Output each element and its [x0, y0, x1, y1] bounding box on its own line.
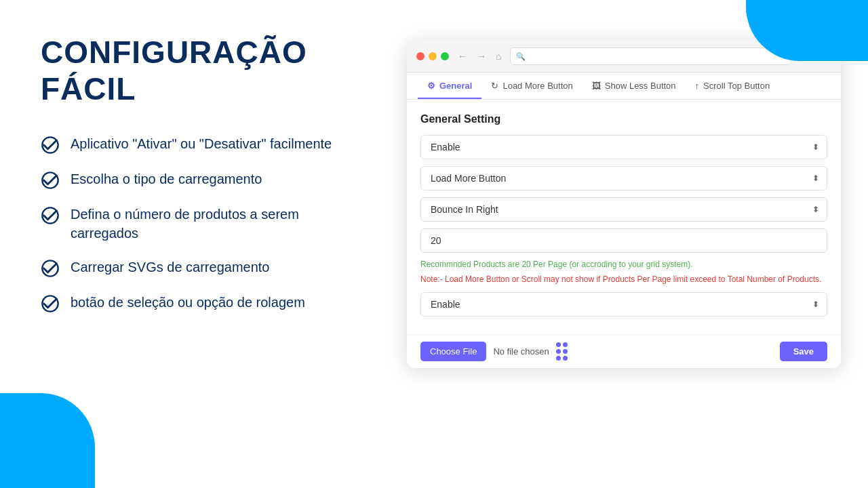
loading-dot-6	[563, 356, 568, 361]
hint-green: Recommnded Products are 20 Per Page (or …	[420, 260, 827, 269]
tab-general[interactable]: ⚙ General	[418, 73, 481, 99]
browser-tabs: ⚙ General ↻ Load More Button 🖼 Show Less…	[407, 73, 841, 100]
browser-bottom: Choose File No file chosen Save	[407, 334, 841, 368]
tab-load-more-label: Load More Button	[502, 81, 572, 91]
save-button[interactable]: Save	[780, 342, 827, 361]
feature-item: Defina o número de produtos a serem carr…	[41, 205, 366, 243]
browser-content: General Setting Enable Disable ⬍ Load Mo…	[407, 100, 841, 334]
tab-scroll-top-label: Scroll Top Button	[703, 81, 770, 91]
address-bar[interactable]: 🔍	[510, 47, 791, 65]
hint-red: Note:- Load More Button or Scroll may no…	[420, 273, 827, 285]
scroll-top-icon: ↑	[695, 81, 700, 91]
right-panel: ← → ⌂ 🔍 ↻ + ◫ ⚙ General	[407, 34, 841, 461]
feature-text: Defina o número de produtos a serem carr…	[71, 205, 366, 243]
tab-load-more[interactable]: ↻ Load More Button	[481, 73, 582, 99]
no-file-text: No file chosen	[493, 346, 549, 357]
loading-dot-2	[563, 342, 568, 347]
check-icon	[41, 206, 60, 225]
loading-dot-5	[556, 356, 561, 361]
tab-general-label: General	[439, 81, 472, 91]
section-title: General Setting	[420, 113, 827, 125]
check-icon	[41, 171, 60, 190]
status-select[interactable]: Enable Disable	[420, 135, 827, 159]
gear-icon: ⚙	[427, 81, 435, 91]
enable-select2[interactable]: Enable Disable	[420, 292, 827, 317]
feature-item: Aplicativo "Ativar" ou "Desativar" facil…	[41, 134, 366, 155]
type-select-wrapper: Load More Button Infinite Scroll ⬍	[420, 166, 827, 190]
nav-home[interactable]: ⌂	[494, 51, 503, 62]
dot-green[interactable]	[441, 52, 449, 60]
page-title: CONFIGURAÇÃO FÁCIL	[41, 34, 366, 107]
feature-text: Aplicativo "Ativar" ou "Desativar" facil…	[71, 134, 332, 153]
feature-item: botão de seleção ou opção de rolagem	[41, 293, 366, 313]
tab-show-less[interactable]: 🖼 Show Less Button	[583, 73, 686, 99]
loading-dot-3	[556, 349, 561, 354]
feature-text: Escolha o tipo de carregamento	[71, 169, 262, 188]
check-icon	[41, 294, 60, 313]
loading-dots	[556, 342, 572, 361]
feature-text: Carregar SVGs de carregamento	[71, 258, 269, 277]
dot-yellow[interactable]	[429, 52, 437, 60]
animation-select[interactable]: Bounce In Right Bounce In Left Fade In S…	[420, 197, 827, 222]
tab-scroll-top[interactable]: ↑ Scroll Top Button	[686, 73, 780, 99]
file-section: Choose File No file chosen	[420, 342, 572, 361]
check-icon	[41, 259, 60, 278]
features-list: Aplicativo "Ativar" ou "Desativar" facil…	[41, 134, 366, 313]
browser-nav: ← → ⌂	[456, 51, 503, 62]
loading-dot-1	[556, 342, 561, 347]
show-less-icon: 🖼	[592, 81, 601, 91]
search-icon: 🔍	[516, 52, 526, 61]
feature-item: Escolha o tipo de carregamento	[41, 169, 366, 190]
feature-text: botão de seleção ou opção de rolagem	[71, 293, 305, 312]
nav-back[interactable]: ←	[456, 51, 469, 62]
nav-forward[interactable]: →	[475, 51, 488, 62]
choose-file-button[interactable]: Choose File	[420, 342, 486, 361]
tab-show-less-label: Show Less Button	[605, 81, 676, 91]
load-more-icon: ↻	[491, 81, 498, 91]
feature-item: Carregar SVGs de carregamento	[41, 258, 366, 278]
animation-select-wrapper: Bounce In Right Bounce In Left Fade In S…	[420, 197, 827, 222]
dot-red[interactable]	[416, 52, 425, 60]
left-panel: CONFIGURAÇÃO FÁCIL Aplicativo "Ativar" o…	[41, 34, 366, 461]
check-icon	[41, 136, 60, 155]
browser-dots	[416, 52, 449, 60]
type-select[interactable]: Load More Button Infinite Scroll	[420, 166, 827, 190]
browser-window: ← → ⌂ 🔍 ↻ + ◫ ⚙ General	[407, 41, 841, 368]
loading-dot-4	[563, 349, 568, 354]
enable-select2-wrapper: Enable Disable ⬍	[420, 292, 827, 317]
products-per-page-input[interactable]	[420, 228, 827, 253]
status-select-wrapper: Enable Disable ⬍	[420, 135, 827, 159]
